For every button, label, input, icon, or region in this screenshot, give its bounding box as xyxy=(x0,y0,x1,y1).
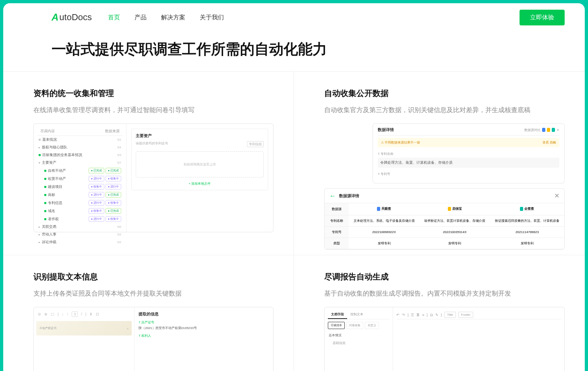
tree-label: 关联交易 xyxy=(42,224,56,229)
feature-cell-extract: 识别提取文本信息 支持上传各类证照及合同等本地文件并提取关键数据 ⊖ ⊕ ▢ |… xyxy=(3,255,294,371)
tool-icon[interactable]: ↶ xyxy=(396,313,400,317)
status-badge: ● 收集中 xyxy=(89,184,104,190)
chevron-right-icon: ▸ xyxy=(39,241,40,244)
table-cell: 文本处理方法、系统、电子设备及存储介质 xyxy=(349,215,419,226)
add-local-file[interactable]: + 添加本地文件 xyxy=(136,177,264,186)
table-header: 启信宝 xyxy=(419,203,490,215)
feature-desc: 在线清单收集管理尽调资料，并可通过智能问卷引导填写 xyxy=(33,104,273,115)
section-item[interactable]: 基本情况 xyxy=(328,331,389,339)
shield-icon xyxy=(520,207,523,211)
tool-icon[interactable]: ≣ xyxy=(416,313,420,317)
close-icon[interactable]: ✕ xyxy=(557,128,559,132)
status-badge: ● 已完成 xyxy=(106,208,121,214)
tool-icon[interactable]: ≡ xyxy=(422,313,424,317)
table-cell: 202210896922X xyxy=(349,226,419,238)
count-badge: 5/2 xyxy=(117,241,121,244)
count-badge: 5/4 xyxy=(117,146,121,149)
dot-icon xyxy=(44,218,46,220)
table-header: 数据源 xyxy=(325,203,349,215)
upload-dropzone[interactable]: 粘贴或拖拽至这里上传 xyxy=(136,151,264,177)
field-value: 令牌处理方法、装置、计算机设备、存储介质 xyxy=(378,158,559,168)
page-input[interactable]: 3 xyxy=(72,311,78,317)
nav-about[interactable]: 关于我们 xyxy=(200,14,224,21)
tree-row[interactable]: 建设项目● 收集中● 进行中 xyxy=(37,183,123,191)
tree-label: 建设项目 xyxy=(48,184,62,190)
tree-row[interactable]: 基本情况5/2 xyxy=(37,136,123,144)
tree-row[interactable]: ▸劳动人事5/2 xyxy=(37,231,123,238)
nav-solutions[interactable]: 解决方案 xyxy=(161,14,185,21)
cta-button[interactable]: 立即体验 xyxy=(520,10,565,25)
dot-icon xyxy=(44,178,46,180)
table-row: 专利名称文本处理方法、系统、电子设备及存储介质请求验证方法、装置计算机设备、存储… xyxy=(325,215,564,226)
tree-row[interactable]: ▸股权与核心团队5/4 xyxy=(37,144,123,151)
status-badge: ● 进行中 xyxy=(89,192,104,198)
logo-mark: A xyxy=(52,12,58,23)
tree-row[interactable]: ▸关联交易5/0 xyxy=(37,223,123,231)
tree-row[interactable]: 专利信息● 进行中● 收集中 xyxy=(37,199,123,207)
status-badge: ● 已完成 xyxy=(106,192,121,198)
tab-control-text[interactable]: 控制文本 xyxy=(347,311,366,319)
nav-home[interactable]: 首页 xyxy=(108,14,120,21)
status-badge: ● 收集中 xyxy=(106,176,121,181)
panel-title: 主要资产 xyxy=(136,133,264,139)
tool-icon[interactable]: ✎ xyxy=(435,313,439,317)
warning-actions[interactable]: 查看 忽略 xyxy=(542,140,556,145)
tree-row[interactable]: ▾主要资产5/7 xyxy=(37,159,123,167)
shield-icon xyxy=(448,207,451,211)
feature-desc: 自动收集官方及第三方数据，识别关键信息及比对差异，并生成核查底稿 xyxy=(324,104,565,115)
mock-extract: ⊖ ⊕ ▢ | ↓ ↑ 3 / | ⬇ ⊡ 不动产权证书 ⌂ xyxy=(33,307,273,371)
tree-row[interactable]: 著作权● 进行中● 收集中 xyxy=(37,215,123,223)
tree-row[interactable]: 租赁不动产● 进行中● 收集中 xyxy=(37,175,123,183)
next-page-icon[interactable]: ↑ xyxy=(67,312,69,316)
tree-label: 自有不动产 xyxy=(48,168,66,173)
fit-icon[interactable]: ▢ xyxy=(51,312,54,316)
dot-icon xyxy=(44,202,46,204)
chevron-right-icon: ▸ xyxy=(39,225,40,229)
feature-desc: 基于自动收集的数据生成尽调报告。内置不同模版并支持定制开发 xyxy=(324,288,565,299)
chevron-right-icon: ▸ xyxy=(39,146,40,149)
zoom-in-icon[interactable]: ⊕ xyxy=(44,312,48,316)
subtab-checklist[interactable]: 尽调清单 xyxy=(328,322,345,329)
print-icon[interactable]: ⊡ xyxy=(96,312,99,316)
tree-row[interactable]: 域名● 收集中● 已完成 xyxy=(37,207,123,215)
zoom-out-icon[interactable]: ⊖ xyxy=(38,312,41,316)
count-badge: 5/3 xyxy=(117,154,121,156)
mock-checklist: 尽调内容 数据来源 基本情况5/2▸股权与核心团队5/4目标集团的业务基本情况5… xyxy=(33,123,273,232)
close-icon[interactable]: ✕ xyxy=(554,192,559,200)
subtab-custom[interactable]: 自定义 xyxy=(365,322,379,329)
extract-field-label: T 权利人 xyxy=(139,333,269,338)
nav-product[interactable]: 产品 xyxy=(135,14,147,21)
style-select-title[interactable]: Title xyxy=(444,312,456,318)
tab-doc-fields[interactable]: 文档字段 xyxy=(328,311,347,319)
tree-row[interactable]: 商标● 进行中● 已完成 xyxy=(37,191,123,199)
style-select-footer[interactable]: Footer xyxy=(458,312,473,318)
table-cell: 2021114789823 xyxy=(490,226,564,238)
download-icon[interactable]: ⬇ xyxy=(89,312,93,316)
feature-title: 资料的统一收集和管理 xyxy=(33,88,273,99)
dot-icon xyxy=(44,210,46,212)
tree-label: 基本情况 xyxy=(42,137,57,142)
tool-icon[interactable]: Ω xyxy=(430,313,433,317)
logo[interactable]: AutoDocs xyxy=(52,12,92,23)
back-arrow-icon[interactable]: ← xyxy=(329,192,336,200)
table-cell: 请求验证方法、装置计算机设备、存储介质 xyxy=(419,215,490,226)
logo-text: utoDocs xyxy=(59,12,92,23)
section-subitem[interactable]: 基础信息 xyxy=(328,339,389,347)
tool-icon[interactable]: ☰ xyxy=(411,313,414,317)
prev-page-icon[interactable]: ↓ xyxy=(62,312,64,316)
chevron-right-icon: ▸ xyxy=(39,233,40,236)
compare-label: 数据源对比 xyxy=(524,128,540,132)
status-badge: ● 进行中 xyxy=(89,176,104,181)
tree-label: 股权与核心团队 xyxy=(42,145,67,150)
tree-row[interactable]: 目标集团的业务基本情况5/3 xyxy=(37,151,123,159)
panel-tag: 专利信息 xyxy=(247,141,264,147)
subtab-survey[interactable]: 问卷收集 xyxy=(346,322,363,329)
chevron-down-icon: ▾ xyxy=(39,161,40,165)
tree-row[interactable]: ▸诉讼仲裁5/2 xyxy=(37,238,123,246)
mock-report: 文档字段 控制文本 尽调清单 问卷收集 自定义 基本情况 基础信息 xyxy=(324,307,565,371)
top-nav: AutoDocs 首页 产品 解决方案 关于我们 立即体验 xyxy=(3,3,585,31)
panel-subtitle: 请提供贵司的专利证书 xyxy=(136,141,168,147)
tree-row[interactable]: 自有不动产● 已完成● 已完成 xyxy=(37,167,123,175)
status-badge: ● 已完成 xyxy=(106,168,121,173)
tool-icon[interactable]: ↷ xyxy=(402,313,405,317)
